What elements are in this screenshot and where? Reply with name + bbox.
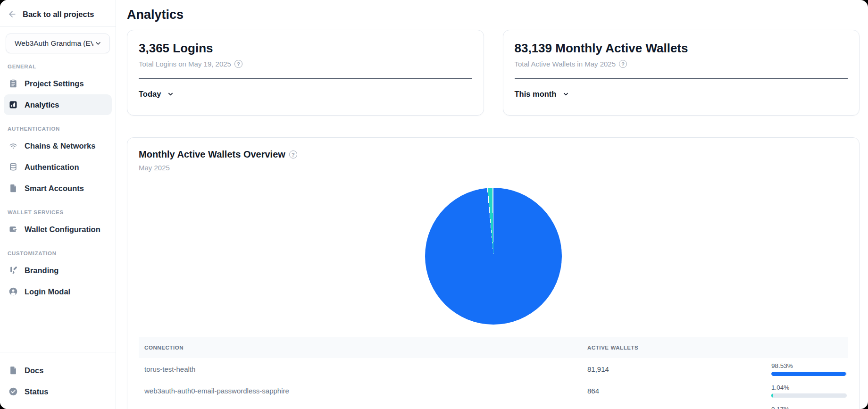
column-header-active-wallets: ACTIVE WALLETS — [587, 345, 771, 351]
sidebar-item-chains-networks[interactable]: Chains & Networks — [4, 135, 112, 156]
stat-cards-row: 3,365 Logins Total Logins on May 19, 202… — [127, 30, 860, 116]
column-header-connection: CONNECTION — [139, 345, 587, 351]
active-wallets-stat-subtitle: Total Active Wallets in May 2025 — [515, 60, 616, 68]
table-row: web3auth-google-sapphire 145 0.17% — [139, 401, 848, 409]
overview-title: Monthly Active Wallets Overview — [139, 149, 285, 160]
sidebar: Back to all projects Web3Auth Grandma (E… — [0, 0, 116, 409]
back-link-label: Back to all projects — [23, 10, 94, 19]
sidebar-item-label: Branding — [25, 266, 58, 275]
sidebar-item-authentication[interactable]: Authentication — [4, 157, 112, 177]
sidebar-item-label: Wallet Configuration — [25, 225, 100, 234]
logins-stat-title: 3,365 Logins — [139, 41, 472, 56]
share-bar-track — [771, 393, 847, 398]
web3auth-dashboard-window: Back to all projects Web3Auth Grandma (E… — [0, 0, 868, 409]
help-icon[interactable]: ? — [234, 60, 242, 68]
project-selector-value: Web3Auth Grandma (EV — [15, 39, 93, 48]
active-wallets-value: 81,914 — [587, 365, 771, 373]
sidebar-header: Back to all projects — [0, 0, 116, 27]
help-icon[interactable]: ? — [619, 60, 627, 68]
active-wallets-stat-card: 83,139 Monthly Active Wallets Total Acti… — [503, 30, 860, 116]
table-row: web3auth-auth0-email-passwordless-sapphi… — [139, 380, 848, 401]
sidebar-item-label: Docs — [25, 366, 43, 375]
sidebar-section-authentication: AUTHENTICATION — [8, 126, 108, 132]
active-wallets-range-label: This month — [515, 90, 557, 99]
sidebar-section-general: GENERAL — [8, 64, 108, 69]
active-wallets-pie-chart — [425, 188, 562, 325]
page-title: Analytics — [127, 8, 860, 22]
sidebar-nav-general: Project Settings Analytics — [0, 73, 116, 116]
main-content: Analytics 3,365 Logins Total Logins on M… — [116, 0, 868, 409]
active-wallets-value: 864 — [587, 387, 771, 395]
document-icon — [8, 184, 18, 193]
sidebar-item-login-modal[interactable]: Login Modal — [4, 281, 112, 302]
bar-chart-icon — [8, 100, 18, 109]
sidebar-item-label: Login Modal — [25, 287, 70, 296]
connections-table: CONNECTION ACTIVE WALLETS torus-test-hea… — [139, 337, 848, 409]
share-percent-label: 98.53% — [771, 362, 847, 369]
paintbrush-icon — [8, 266, 18, 275]
active-wallets-stat-title: 83,139 Monthly Active Wallets — [515, 41, 848, 56]
sidebar-section-wallet-services: WALLET SERVICES — [8, 209, 108, 215]
logins-range-dropdown[interactable]: Today — [139, 89, 175, 99]
share-percent-label: 0.17% — [771, 406, 847, 409]
sidebar-nav-customization: Branding Login Modal — [0, 260, 116, 302]
share-bar-track — [771, 372, 847, 376]
sidebar-item-label: Analytics — [25, 100, 59, 109]
sidebar-item-analytics[interactable]: Analytics — [4, 94, 112, 115]
logins-stat-subtitle: Total Logins on May 19, 2025 — [139, 60, 231, 68]
project-selector-dropdown[interactable]: Web3Auth Grandma (EV — [6, 33, 110, 53]
chevron-down-icon — [561, 89, 570, 99]
document-icon — [8, 366, 18, 375]
logins-range-label: Today — [139, 90, 161, 99]
sidebar-item-label: Authentication — [25, 163, 79, 172]
sidebar-footer: Docs Status — [0, 352, 116, 409]
sidebar-item-status[interactable]: Status — [4, 381, 112, 402]
share-cell: 98.53% — [771, 362, 848, 376]
logins-stat-card: 3,365 Logins Total Logins on May 19, 202… — [127, 30, 484, 116]
table-row: torus-test-health 81,914 98.53% — [139, 358, 848, 380]
share-bar-fill — [771, 393, 773, 398]
share-cell: 0.17% — [771, 406, 848, 409]
share-percent-label: 1.04% — [771, 384, 847, 391]
overview-subtitle: May 2025 — [139, 164, 848, 172]
sidebar-nav-wallet-services: Wallet Configuration — [0, 219, 116, 240]
divider — [515, 78, 848, 79]
user-circle-icon — [8, 287, 18, 296]
active-wallets-range-dropdown[interactable]: This month — [515, 89, 571, 99]
check-circle-icon — [8, 387, 18, 396]
connection-name: torus-test-health — [139, 365, 587, 373]
clipboard-icon — [8, 79, 18, 88]
chevron-down-icon — [93, 39, 103, 48]
share-cell: 1.04% — [771, 384, 848, 398]
sidebar-item-label: Chains & Networks — [25, 142, 95, 150]
sidebar-item-smart-accounts[interactable]: Smart Accounts — [4, 178, 112, 199]
sidebar-section-customization: CUSTOMIZATION — [8, 250, 108, 256]
sidebar-item-label: Status — [25, 387, 48, 396]
sidebar-item-label: Smart Accounts — [25, 184, 84, 193]
connection-name: web3auth-auth0-email-passwordless-sapphi… — [139, 387, 587, 395]
sidebar-item-wallet-configuration[interactable]: Wallet Configuration — [4, 219, 112, 240]
sidebar-item-project-settings[interactable]: Project Settings — [4, 73, 112, 94]
back-to-projects-link[interactable]: Back to all projects — [8, 9, 108, 19]
divider — [139, 78, 472, 79]
wallet-icon — [8, 225, 18, 234]
sidebar-item-branding[interactable]: Branding — [4, 260, 112, 281]
help-icon[interactable]: ? — [289, 150, 297, 159]
database-icon — [8, 162, 18, 172]
connections-table-header: CONNECTION ACTIVE WALLETS — [139, 337, 848, 358]
sidebar-item-label: Project Settings — [25, 79, 84, 88]
monthly-active-wallets-overview-card: Monthly Active Wallets Overview ? May 20… — [127, 137, 860, 409]
sidebar-nav-authentication: Chains & Networks Authentication Smart A… — [0, 135, 116, 199]
sidebar-item-docs[interactable]: Docs — [4, 360, 112, 381]
share-bar-fill — [771, 372, 846, 376]
chevron-down-icon — [166, 89, 175, 99]
arrow-left-icon — [8, 9, 17, 19]
wifi-icon — [8, 141, 18, 150]
